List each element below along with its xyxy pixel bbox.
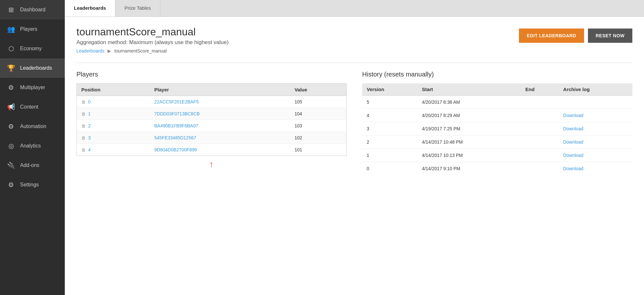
analytics-icon: ◎ [6, 142, 16, 150]
version-cell: 5 [362, 96, 417, 109]
sidebar-item-leaderboards[interactable]: 🏆 Leaderboards [0, 58, 65, 78]
table-row: 🗑 1 7DDD03F0713BC8CB 104 [77, 108, 347, 120]
download-link[interactable]: Download [563, 113, 583, 118]
content-area: tournamentScore_manual Aggregation metho… [65, 17, 644, 295]
sidebar-item-label: Settings [20, 182, 39, 188]
archive-log-cell: Download [559, 109, 632, 122]
col-start: Start [417, 83, 521, 96]
start-cell: 4/20/2017 8:29 AM [417, 109, 521, 122]
sidebar-item-content[interactable]: 📢 Content [0, 97, 65, 117]
addons-icon: 🔌 [6, 161, 16, 169]
sidebar-item-label: Leaderboards [20, 65, 52, 71]
reset-now-button[interactable]: RESET NOW [588, 29, 632, 43]
col-value: Value [290, 84, 346, 96]
sidebar: ⊞ Dashboard 👥 Players ⬡ Economy 🏆 Leader… [0, 0, 65, 295]
settings-icon: ⚙ [6, 181, 16, 189]
tab-bar: Leaderboards Prize Tables [65, 0, 644, 17]
position-link[interactable]: 4 [88, 147, 91, 152]
player-link[interactable]: BA490B1FB9F6BA07 [154, 123, 198, 128]
history-section: History (resets manually) Version Start … [362, 71, 632, 175]
end-cell [521, 109, 559, 122]
players-icon: 👥 [6, 25, 16, 33]
position-link[interactable]: 3 [88, 135, 91, 140]
start-cell: 4/20/2017 8:38 AM [417, 96, 521, 109]
download-link[interactable]: Download [563, 166, 583, 171]
version-cell: 2 [362, 136, 417, 149]
player-link[interactable]: 9D804D0B2700F899 [154, 147, 197, 152]
start-cell: 4/14/2017 10:13 PM [417, 149, 521, 162]
sidebar-item-label: Players [20, 26, 37, 32]
trash-icon[interactable]: 🗑 [81, 112, 86, 116]
player-link[interactable]: 545FE33485D12567 [154, 135, 196, 140]
edit-leaderboard-button[interactable]: EDIT LEADERBOARD [519, 29, 584, 43]
end-cell [521, 96, 559, 109]
end-cell [521, 136, 559, 149]
position-cell: 🗑 2 [77, 120, 150, 132]
header-buttons: EDIT LEADERBOARD RESET NOW [519, 29, 632, 43]
sidebar-item-economy[interactable]: ⬡ Economy [0, 39, 65, 58]
table-row: 5 4/20/2017 8:38 AM [362, 96, 632, 109]
position-cell: 🗑 0 [77, 96, 150, 108]
sidebar-item-automation[interactable]: ⚙ Automation [0, 117, 65, 136]
sidebar-item-label: Dashboard [20, 7, 45, 13]
sidebar-item-settings[interactable]: ⚙ Settings [0, 175, 65, 195]
automation-icon: ⚙ [6, 123, 16, 130]
archive-log-cell: Download [559, 136, 632, 149]
position-cell: 🗑 4 [77, 144, 150, 156]
value-cell: 105 [290, 96, 346, 108]
history-table: Version Start End Archive log 5 4/20/201… [362, 83, 632, 175]
upload-arrow: ↑ [76, 159, 347, 170]
archive-log-cell [559, 96, 632, 109]
players-table: Position Player Value 🗑 0 22ACC5F201E2BA… [76, 83, 347, 156]
col-version: Version [362, 83, 417, 96]
tab-prize-tables[interactable]: Prize Tables [115, 0, 160, 17]
page-title: tournamentScore_manual [76, 26, 229, 38]
sidebar-item-label: Analytics [20, 143, 41, 149]
archive-log-cell: Download [559, 149, 632, 162]
value-cell: 101 [290, 144, 346, 156]
start-cell: 4/19/2017 7:25 PM [417, 122, 521, 136]
trash-icon[interactable]: 🗑 [81, 136, 86, 140]
download-link[interactable]: Download [563, 153, 583, 158]
position-link[interactable]: 0 [88, 99, 91, 104]
main-area: Leaderboards Prize Tables tournamentScor… [65, 0, 644, 295]
trash-icon[interactable]: 🗑 [81, 148, 86, 152]
sidebar-item-analytics[interactable]: ◎ Analytics [0, 136, 65, 156]
player-link[interactable]: 7DDD03F0713BC8CB [154, 111, 200, 116]
position-link[interactable]: 2 [88, 123, 91, 128]
col-position: Position [77, 84, 150, 96]
value-cell: 103 [290, 120, 346, 132]
trash-icon[interactable]: 🗑 [81, 100, 86, 104]
sidebar-item-dashboard[interactable]: ⊞ Dashboard [0, 0, 65, 19]
sidebar-item-multiplayer[interactable]: ⚙ Multiplayer [0, 78, 65, 97]
divider [76, 63, 632, 63]
value-cell: 104 [290, 108, 346, 120]
position-link[interactable]: 1 [88, 111, 91, 116]
content-icon: 📢 [6, 103, 16, 111]
trash-icon[interactable]: 🗑 [81, 124, 86, 128]
tab-leaderboards[interactable]: Leaderboards [65, 0, 115, 17]
player-cell: 545FE33485D12567 [150, 132, 290, 144]
version-cell: 0 [362, 162, 417, 175]
table-row: 🗑 0 22ACC5F201E2BAF5 105 [77, 96, 347, 108]
table-row: 0 4/14/2017 9:10 PM Download [362, 162, 632, 175]
version-cell: 3 [362, 122, 417, 136]
players-section: Players Position Player Value 🗑 0 [76, 71, 347, 170]
sidebar-item-players[interactable]: 👥 Players [0, 19, 65, 39]
download-link[interactable]: Download [563, 126, 583, 131]
aggregation-subtitle: Aggregation method: Maximum (always use … [76, 39, 229, 46]
player-link[interactable]: 22ACC5F201E2BAF5 [154, 99, 199, 104]
position-cell: 🗑 1 [77, 108, 150, 120]
breadcrumb-parent[interactable]: Leaderboards [76, 48, 104, 53]
sidebar-item-addons[interactable]: 🔌 Add-ons [0, 156, 65, 175]
start-cell: 4/14/2017 9:10 PM [417, 162, 521, 175]
download-link[interactable]: Download [563, 139, 583, 145]
sidebar-item-label: Automation [20, 124, 46, 129]
multiplayer-icon: ⚙ [6, 84, 16, 91]
table-row: 3 4/19/2017 7:25 PM Download [362, 122, 632, 136]
breadcrumb: Leaderboards ▶ tournamentScore_manual [76, 48, 632, 53]
col-end: End [521, 83, 559, 96]
position-cell: 🗑 3 [77, 132, 150, 144]
version-cell: 1 [362, 149, 417, 162]
header-row: tournamentScore_manual Aggregation metho… [76, 26, 632, 46]
